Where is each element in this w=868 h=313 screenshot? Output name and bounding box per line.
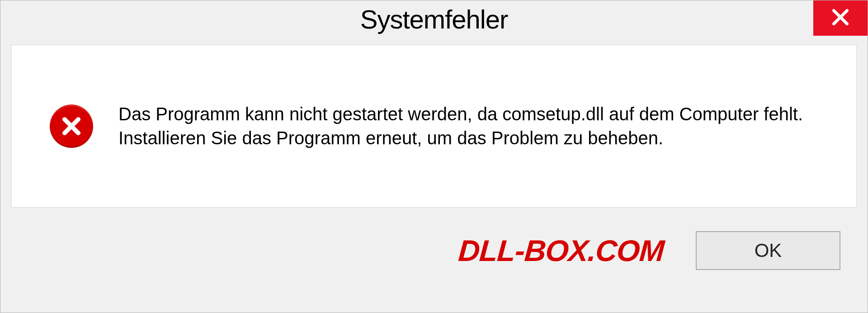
- ok-button[interactable]: OK: [696, 231, 840, 270]
- close-button[interactable]: [813, 0, 868, 36]
- error-icon-container: [50, 104, 93, 148]
- dialog-title: Systemfehler: [360, 4, 508, 34]
- close-icon: [830, 7, 850, 29]
- error-dialog: Systemfehler Das Programm kann nicht ges…: [0, 0, 868, 313]
- watermark-text: DLL-BOX.COM: [458, 233, 665, 268]
- error-message: Das Programm kann nicht gestartet werden…: [118, 102, 819, 150]
- error-icon: [50, 104, 93, 148]
- message-panel: Das Programm kann nicht gestartet werden…: [11, 45, 857, 208]
- dialog-footer: DLL-BOX.COM OK: [0, 208, 868, 294]
- titlebar: Systemfehler: [0, 0, 868, 45]
